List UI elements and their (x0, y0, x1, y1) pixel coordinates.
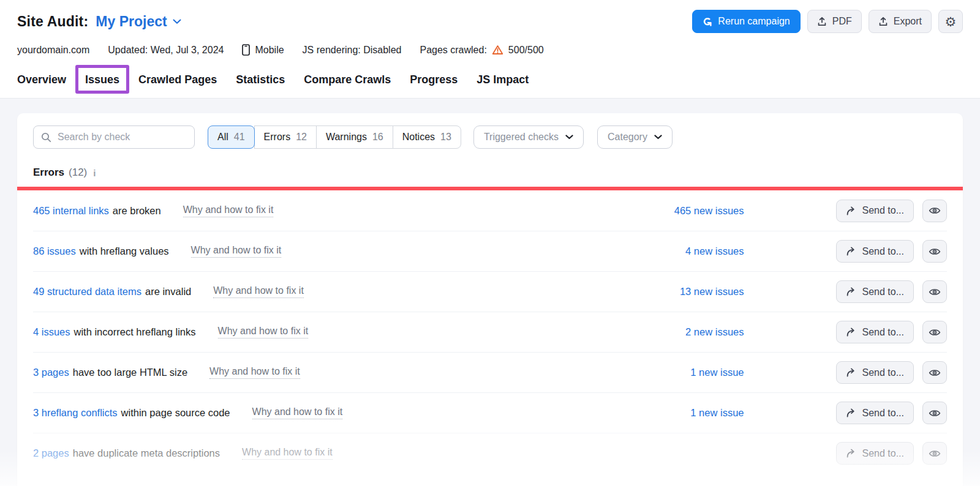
segment-count: 41 (234, 132, 245, 143)
eye-icon (929, 247, 941, 256)
tab[interactable]: Statistics (236, 69, 285, 98)
new-issues-link[interactable]: 2 new issues (685, 326, 744, 338)
new-issues-link[interactable]: 1 new issue (690, 367, 744, 378)
pdf-label: PDF (832, 16, 852, 27)
chevron-down-icon (173, 19, 181, 24)
issues-card: All 41 Errors 12 Warnings 16 (17, 113, 963, 494)
issue-count-link[interactable]: 49 structured data items (33, 286, 141, 298)
hide-issue-button[interactable] (922, 402, 947, 424)
tab[interactable]: JS Impact (477, 69, 529, 98)
send-to-button[interactable]: Send to... (836, 402, 914, 424)
device-meta: Mobile (242, 44, 284, 56)
pdf-button[interactable]: PDF (807, 10, 862, 33)
upload-icon (817, 17, 827, 27)
forward-arrow-icon (846, 368, 857, 377)
segment-label: Notices (402, 132, 435, 143)
why-how-to-fix-link[interactable]: Why and how to fix it (183, 204, 274, 217)
forward-arrow-icon (846, 206, 857, 215)
hide-issue-button[interactable] (922, 280, 947, 303)
hide-issue-button[interactable] (922, 442, 947, 465)
tab[interactable]: Compare Crawls (304, 69, 391, 98)
issue-count-link[interactable]: 465 internal links (33, 205, 109, 217)
errors-title: Errors (33, 167, 64, 179)
send-to-button[interactable]: Send to... (836, 321, 914, 343)
issue-row: 49 structured data items are invalid Why… (33, 271, 947, 312)
issue-description: are invalid (145, 286, 191, 298)
errors-section-header: Errors (12) i (33, 167, 947, 179)
forward-arrow-icon (846, 327, 857, 337)
why-how-to-fix-link[interactable]: Why and how to fix it (209, 366, 300, 379)
issue-row: 2 pages have duplicate meta descriptions… (33, 433, 947, 473)
issue-description: have too large HTML size (73, 367, 187, 378)
category-dropdown[interactable]: Category (597, 125, 673, 149)
segment-label: All (217, 132, 228, 143)
updated-label: Updated: Wed, Jul 3, 2024 (108, 45, 224, 56)
send-to-button[interactable]: Send to... (836, 240, 914, 263)
category-label: Category (608, 132, 647, 143)
triggered-checks-dropdown[interactable]: Triggered checks (473, 125, 584, 149)
new-issues-link[interactable]: 13 new issues (680, 286, 744, 298)
errors-count: (12) (69, 167, 87, 179)
issue-count-link[interactable]: 3 pages (33, 367, 69, 378)
send-to-button[interactable]: Send to... (836, 442, 914, 465)
chevron-down-icon (654, 135, 662, 140)
hide-issue-button[interactable] (922, 321, 947, 343)
send-to-button[interactable]: Send to... (836, 361, 914, 384)
why-how-to-fix-link[interactable]: Why and how to fix it (213, 285, 304, 298)
tab-bar: Overview Issues Crawled Pages Statistics… (0, 69, 980, 99)
search-input[interactable] (58, 132, 187, 143)
rerun-campaign-button[interactable]: ↻ Rerun campaign (692, 10, 800, 33)
issue-description: within page source code (121, 407, 230, 419)
tab[interactable]: Overview (17, 69, 66, 98)
filter-segment[interactable]: Warnings 16 (316, 125, 393, 149)
segment-label: Warnings (326, 132, 367, 143)
send-to-button[interactable]: Send to... (836, 280, 914, 303)
content-area: All 41 Errors 12 Warnings 16 (0, 99, 980, 486)
gear-icon: ⚙ (945, 15, 957, 28)
hide-issue-button[interactable] (922, 240, 947, 263)
new-issues-link[interactable]: 465 new issues (674, 205, 744, 217)
filter-segment[interactable]: Notices 13 (393, 125, 461, 149)
hide-issue-button[interactable] (922, 361, 947, 384)
mobile-icon (242, 44, 250, 56)
why-how-to-fix-link[interactable]: Why and how to fix it (218, 326, 309, 339)
send-to-label: Send to... (862, 205, 905, 216)
tab[interactable]: Crawled Pages (138, 69, 217, 98)
search-icon (41, 132, 51, 143)
hide-issue-button[interactable] (922, 200, 947, 222)
filter-segment[interactable]: Errors 12 (254, 125, 317, 149)
why-how-to-fix-link[interactable]: Why and how to fix it (191, 245, 282, 258)
rerun-campaign-label: Rerun campaign (718, 16, 790, 27)
settings-button[interactable]: ⚙ (938, 10, 963, 33)
pages-crawled-label: Pages crawled: (420, 45, 486, 56)
eye-icon (929, 288, 941, 296)
why-how-to-fix-link[interactable]: Why and how to fix it (242, 447, 333, 460)
forward-arrow-icon (846, 287, 857, 296)
info-icon[interactable]: i (93, 168, 96, 178)
header-actions: ↻ Rerun campaign PDF Export ⚙ (692, 10, 963, 33)
project-selector[interactable]: My Project (96, 13, 181, 30)
new-issues-link[interactable]: 4 new issues (685, 245, 744, 257)
search-by-check[interactable] (33, 125, 195, 149)
send-to-button[interactable]: Send to... (836, 200, 914, 222)
new-issues-link[interactable]: 1 new issue (690, 407, 744, 419)
export-button[interactable]: Export (869, 10, 932, 33)
tab[interactable]: Progress (410, 69, 458, 98)
forward-arrow-icon (846, 247, 857, 256)
filter-segment[interactable]: All 41 (208, 125, 255, 149)
warning-icon (492, 45, 503, 55)
pages-crawled-meta: Pages crawled: 500/500 (420, 45, 543, 56)
page-title: Site Audit: (17, 13, 88, 30)
issue-count-link[interactable]: 86 issues (33, 245, 76, 257)
segment-count: 13 (440, 132, 451, 143)
issues-list: 465 internal links are broken Why and ho… (33, 190, 947, 473)
issue-count-link[interactable]: 4 issues (33, 326, 70, 338)
issue-count-link[interactable]: 2 pages (33, 447, 69, 459)
issue-description: with hreflang values (80, 245, 169, 257)
project-name: My Project (96, 13, 167, 30)
eye-icon (929, 369, 941, 377)
tab[interactable]: Issues (85, 69, 119, 98)
issue-count-link[interactable]: 3 hreflang conflicts (33, 407, 118, 419)
why-how-to-fix-link[interactable]: Why and how to fix it (252, 406, 343, 419)
severity-filter: All 41 Errors 12 Warnings 16 (208, 125, 461, 149)
